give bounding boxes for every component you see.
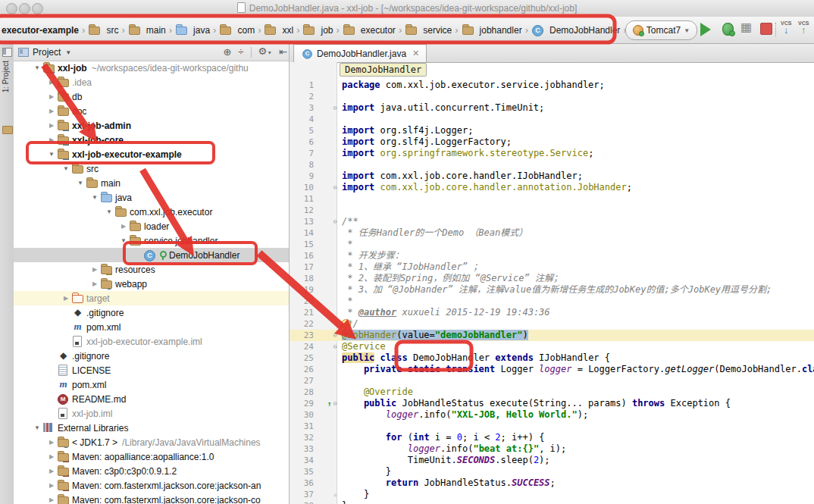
chevron-expanded-icon[interactable]: ▼: [104, 208, 114, 215]
code-line[interactable]: 28 @Override: [290, 387, 814, 398]
editor-breadcrumb-chip[interactable]: DemoJobHandler: [340, 63, 427, 77]
tree-row[interactable]: xxl-job.iml: [14, 406, 289, 421]
code-line[interactable]: 13⊖/**: [290, 216, 814, 227]
code-line[interactable]: 26 private static transient Logger logge…: [290, 364, 814, 375]
code-line[interactable]: 16 * 开发步骤：: [290, 250, 814, 261]
tree-row[interactable]: .gitignore: [14, 305, 289, 320]
chevron-expanded-icon[interactable]: ▼: [75, 180, 86, 186]
code-line[interactable]: 35 }: [290, 466, 814, 477]
tree-row[interactable]: ▼xxl-job-executor-example: [14, 147, 289, 161]
code-line[interactable]: 11: [290, 193, 814, 205]
tree-row[interactable]: ▶< JDK1.7 >/Library/Java/JavaVirtualMach…: [14, 435, 289, 449]
tree-row[interactable]: ▼com.xxl.job.executor: [14, 205, 289, 219]
tab-demojobhandler[interactable]: DemoJobHandler.java ✕: [293, 44, 427, 62]
project-tool-icon[interactable]: [2, 48, 12, 57]
breadcrumb-item[interactable]: DemoJobHandler: [531, 24, 620, 36]
chevron-collapsed-icon[interactable]: ▶: [46, 496, 57, 503]
code-line[interactable]: 15 *: [290, 239, 814, 250]
breadcrumb-item[interactable]: java: [175, 24, 210, 36]
chevron-expanded-icon[interactable]: ▼: [118, 237, 129, 244]
code-line[interactable]: 18 * 2、装配到Spring，例如加 “@Service” 注解；: [290, 273, 814, 284]
code-line[interactable]: 33 logger.info("beat at:{}", i);: [290, 443, 814, 455]
code-line[interactable]: 9import com.xxl.job.core.handler.IJobHan…: [290, 171, 814, 182]
chevron-collapsed-icon[interactable]: ▶: [46, 482, 57, 489]
code-line[interactable]: 30 logger.info("XXL-JOB, Hello World.");: [290, 409, 814, 421]
code-line[interactable]: 25public class DemoJobHandler extends IJ…: [290, 352, 814, 364]
locate-icon[interactable]: ⊕: [223, 44, 231, 61]
code-line[interactable]: 8: [290, 159, 814, 171]
breadcrumb-item[interactable]: executor: [343, 24, 396, 36]
chevron-expanded-icon[interactable]: ▼: [32, 424, 42, 431]
breadcrumb-item[interactable]: main: [128, 24, 166, 36]
tree-row[interactable]: ▼java: [14, 190, 289, 205]
tree-row[interactable]: ▼External Libraries: [14, 421, 289, 435]
chevron-collapsed-icon[interactable]: ▶: [46, 439, 57, 446]
chevron-expanded-icon[interactable]: ▼: [61, 165, 71, 172]
chevron-collapsed-icon[interactable]: ▶: [46, 108, 57, 114]
code-line[interactable]: 17 * 1、继承 “IJobHandler” ；: [290, 261, 814, 273]
intention-bulb-icon[interactable]: [341, 319, 351, 329]
breadcrumb-item[interactable]: com: [219, 24, 255, 36]
code-line[interactable]: 7import org.springframework.stereotype.S…: [290, 148, 814, 159]
fold-icon[interactable]: ⊖: [333, 216, 337, 227]
tree-row[interactable]: ▶doc: [14, 104, 289, 118]
fold-end-icon[interactable]: ▵: [333, 489, 337, 500]
tree-row[interactable]: ▶db: [14, 89, 289, 104]
tree-row[interactable]: ▶xxl-job-admin: [14, 118, 289, 133]
vcs-update-button[interactable]: VCS ↓: [781, 20, 791, 33]
chevron-collapsed-icon[interactable]: ▶: [46, 136, 57, 143]
code-line[interactable]: 5import org.slf4j.Logger;: [290, 125, 814, 136]
tree-row[interactable]: ▶Maven: com.fasterxml.jackson.core:jacks…: [14, 493, 289, 504]
tree-row[interactable]: xxl-job-executor-example.iml: [14, 334, 289, 349]
code-line[interactable]: 1package com.xxl.job.executor.service.jo…: [290, 80, 814, 91]
vcs-commit-button[interactable]: VCS ↑: [798, 20, 809, 33]
close-button[interactable]: [6, 3, 17, 14]
code-line[interactable]: 37▵ }: [290, 489, 814, 500]
chevron-collapsed-icon[interactable]: ▶: [46, 79, 57, 86]
minimize-button[interactable]: [19, 3, 30, 14]
tree-row[interactable]: pom.xml: [14, 320, 289, 334]
tree-row[interactable]: README.md: [14, 392, 289, 406]
breadcrumb-item[interactable]: job: [302, 24, 333, 36]
tree-row[interactable]: ▶Maven: aopalliance:aopalliance:1.0: [14, 449, 289, 464]
chevron-down-icon[interactable]: ▼: [65, 49, 71, 56]
breadcrumb-item[interactable]: executor-example: [2, 25, 79, 36]
code-line[interactable]: 21 * @author xuxueli 2015-12-19 19:43:36: [290, 307, 814, 318]
tree-row[interactable]: pom.xml: [14, 377, 289, 392]
fold-icon[interactable]: ⊖: [333, 330, 337, 341]
code-line[interactable]: 12: [290, 205, 814, 216]
code-line[interactable]: 19 * 3、加 “@JobHander” 注解，注解value值为新增任务生成…: [290, 284, 814, 296]
tree-row[interactable]: ▼main: [14, 176, 289, 190]
code-line[interactable]: 24⊖@Service: [290, 341, 814, 352]
chevron-collapsed-icon[interactable]: ▶: [118, 223, 129, 230]
tree-row[interactable]: DemoJobHandler: [14, 248, 289, 262]
code-line[interactable]: 38}: [290, 500, 814, 504]
gear-icon[interactable]: ⚙▼: [258, 44, 273, 61]
fold-icon[interactable]: ⊖: [333, 341, 337, 352]
breadcrumb-item[interactable]: xxl: [264, 24, 293, 36]
tree-row[interactable]: .gitignore: [14, 349, 289, 363]
chevron-collapsed-icon[interactable]: ▶: [61, 295, 71, 302]
hide-panel-icon[interactable]: ⇤: [279, 44, 287, 61]
tree-row[interactable]: ▶xxl-job-core: [14, 133, 289, 147]
tree-row[interactable]: ▶loader: [14, 219, 289, 233]
code-line[interactable]: 20 *: [290, 296, 814, 307]
code-line[interactable]: 34 TimeUnit.SECONDS.sleep(2);: [290, 455, 814, 466]
code-line[interactable]: 14 * 任务Handler的一个Demo （Bean模式）: [290, 227, 814, 239]
chevron-collapsed-icon[interactable]: ▶: [46, 122, 57, 129]
zoom-button[interactable]: [32, 3, 43, 14]
tree-row[interactable]: ▼src: [14, 161, 289, 176]
fold-icon[interactable]: ⊖: [333, 182, 337, 193]
chevron-expanded-icon[interactable]: ▼: [46, 151, 57, 158]
code-line[interactable]: 4: [290, 114, 814, 125]
project-panel-title[interactable]: Project: [33, 47, 61, 58]
breadcrumb-item[interactable]: jobhandler: [462, 24, 522, 36]
chevron-collapsed-icon[interactable]: ▶: [46, 93, 57, 100]
tool-strip-label[interactable]: 1: Project: [2, 61, 10, 92]
folder-icon[interactable]: [2, 126, 13, 134]
breadcrumb-item[interactable]: service: [405, 24, 452, 36]
run-button[interactable]: [700, 23, 711, 36]
code-area[interactable]: 1package com.xxl.job.executor.service.jo…: [290, 62, 814, 504]
chevron-collapsed-icon[interactable]: ▶: [46, 453, 57, 460]
chevron-expanded-icon[interactable]: ▼: [89, 194, 100, 201]
